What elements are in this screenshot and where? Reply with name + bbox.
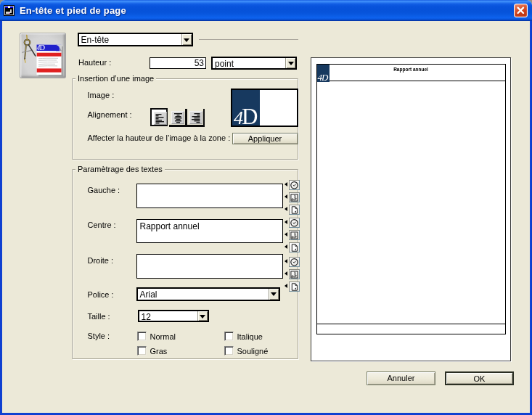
svg-text:D: D [242,104,258,126]
svg-text:D: D [40,44,46,52]
